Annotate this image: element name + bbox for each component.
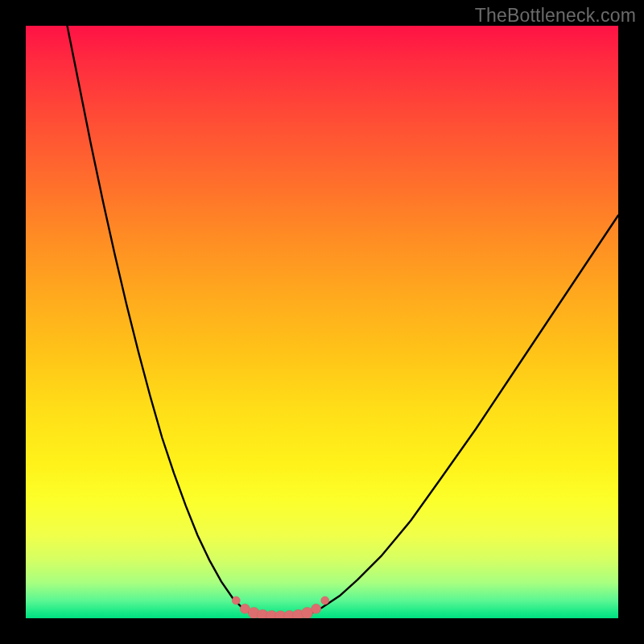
plot-area (26, 26, 618, 618)
curve-layer (26, 26, 618, 618)
watermark-text: TheBottleneck.com (475, 5, 636, 27)
curve-right-branch (310, 216, 618, 614)
valley-marker (232, 597, 240, 605)
curve-left-branch (68, 26, 251, 613)
outer-frame: TheBottleneck.com (0, 0, 644, 644)
valley-marker (321, 597, 329, 605)
valley-marker-group (232, 597, 328, 618)
valley-marker (312, 604, 321, 613)
